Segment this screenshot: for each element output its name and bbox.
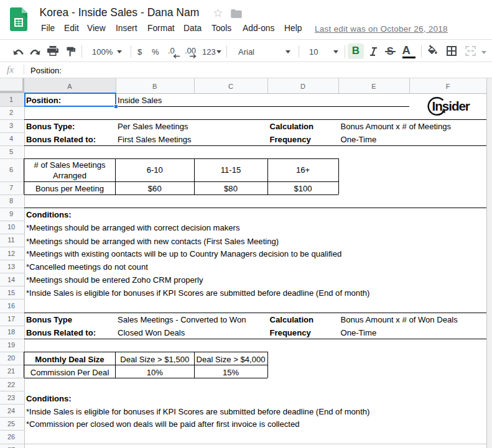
svg-text:Insider: Insider [432,99,470,113]
